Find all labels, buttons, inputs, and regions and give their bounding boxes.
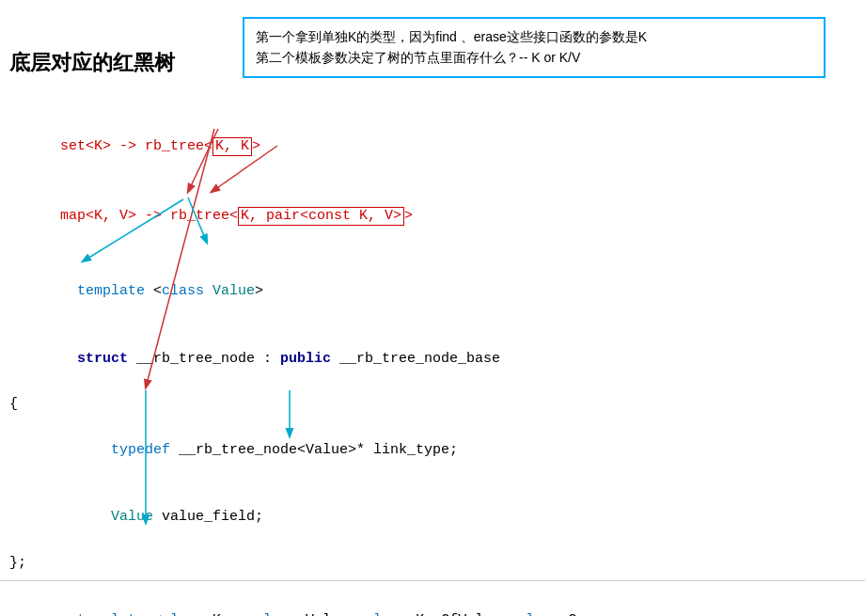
set-text: set<K> -> rb_tree<: [60, 138, 212, 154]
map-text: map<K, V> -> rb_tree<: [60, 208, 238, 224]
tooltip-box: 第一个拿到单独K的类型，因为find 、erase这些接口函数的参数是K 第二个…: [243, 17, 826, 78]
code-line-value-field: Value value_field;: [0, 483, 865, 551]
code-line-template1: template <class Value>: [0, 258, 865, 325]
tooltip-line1: 第一个拿到单独K的类型，因为find 、erase这些接口函数的参数是K: [256, 26, 812, 47]
code-line-template2: template <class Key, class Value, class …: [0, 587, 865, 616]
set-text2: >: [252, 138, 260, 154]
map-line: map<K, V> -> rb_tree<K, pair<const K, V>…: [0, 182, 865, 250]
block1: template <class Value> struct __rb_tree_…: [0, 258, 865, 576]
block2: template <class Key, class Value, class …: [0, 587, 865, 616]
page-title: 底层对应的红黑树: [9, 49, 175, 77]
map-text2: >: [404, 208, 413, 224]
set-line: set<K> -> rb_tree<K, K>: [0, 113, 865, 181]
map-highlight: K, pair<const K, V>: [238, 207, 404, 226]
code-line-typedef1: typedef __rb_tree_node<Value>* link_type…: [0, 416, 865, 483]
code-line-close-brace1: };: [0, 551, 865, 575]
divider1: [0, 580, 865, 581]
code-line-struct: struct __rb_tree_node : public __rb_tree…: [0, 324, 865, 392]
code-area: set<K> -> rb_tree<K, K> map<K, V> -> rb_…: [0, 113, 865, 616]
tooltip-line2: 第二个模板参数决定了树的节点里面存什么？-- K or K/V: [256, 47, 812, 68]
main-container: 底层对应的红黑树 第一个拿到单独K的类型，因为find 、erase这些接口函数…: [0, 0, 865, 616]
set-highlight: K, K: [212, 137, 252, 156]
code-line-open-brace1: {: [0, 392, 865, 416]
